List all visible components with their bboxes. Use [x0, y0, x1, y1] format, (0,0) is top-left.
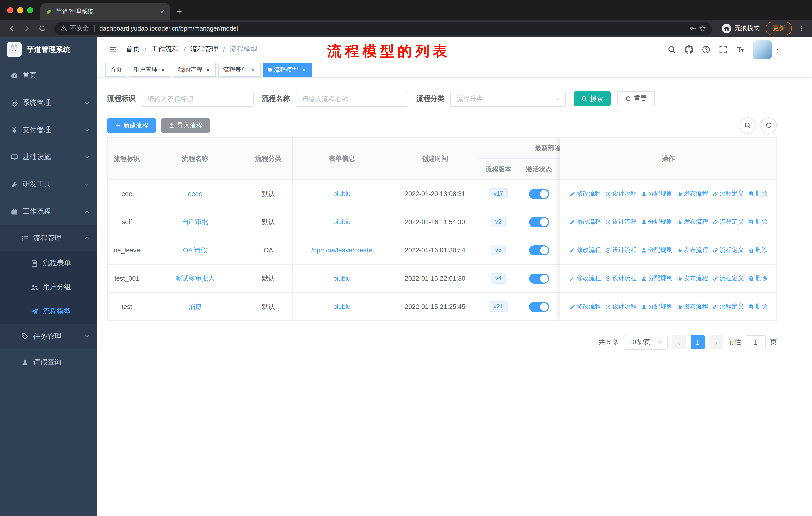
github-icon[interactable] — [685, 45, 693, 54]
publish-flow-link[interactable]: 发布流程 — [676, 218, 708, 226]
tab-my-process[interactable]: 我的流程× — [174, 63, 216, 76]
process-name-text[interactable]: 测试多审批人 — [175, 274, 215, 283]
form-info-link[interactable]: biubiu — [293, 208, 391, 236]
modify-flow-link[interactable]: 修改流程 — [569, 218, 601, 226]
assign-rule-link[interactable]: 分配规则 — [641, 274, 672, 283]
assign-rule-link[interactable]: 分配规则 — [641, 218, 672, 226]
search-icon[interactable] — [668, 45, 676, 54]
sidebar-item-infrastructure[interactable]: 基础设施 — [0, 144, 97, 171]
refresh-table-button[interactable] — [761, 117, 777, 134]
flow-definition-link[interactable]: 流程定义 — [712, 246, 744, 254]
help-icon[interactable] — [702, 45, 710, 54]
publish-flow-link[interactable]: 发布流程 — [676, 302, 708, 311]
close-tab-icon[interactable]: × — [159, 7, 165, 16]
assign-rule-link[interactable]: 分配规则 — [641, 302, 672, 311]
sidebar-item-process-form[interactable]: 流程表单 — [0, 251, 97, 275]
modify-flow-link[interactable]: 修改流程 — [569, 189, 601, 198]
app-logo[interactable]: 芋道管理系统 — [0, 37, 97, 62]
form-info-text[interactable]: biubiu — [333, 303, 350, 310]
design-flow-link[interactable]: 设计流程 — [605, 246, 637, 254]
reload-icon[interactable] — [35, 25, 48, 32]
category-select[interactable]: 流程分类 — [450, 91, 566, 107]
sidebar-item-process-model[interactable]: 流程模型 — [0, 299, 97, 324]
form-info-link[interactable]: biubiu — [293, 180, 391, 208]
design-flow-link[interactable]: 设计流程 — [605, 189, 637, 198]
font-size-icon[interactable] — [736, 45, 745, 54]
sidebar-item-system[interactable]: 系统管理 — [0, 89, 97, 116]
forward-icon[interactable] — [20, 25, 33, 32]
user-avatar[interactable] — [753, 40, 780, 59]
address-bar[interactable]: 不安全 dashboard.yudao.iocoder.cn/bpm/manag… — [54, 22, 712, 35]
process-name-text[interactable]: eeee — [188, 190, 202, 197]
close-icon[interactable]: × — [300, 66, 307, 73]
design-flow-link[interactable]: 设计流程 — [605, 218, 637, 226]
assign-rule-link[interactable]: 分配规则 — [641, 246, 672, 254]
close-window-button[interactable] — [7, 7, 13, 13]
tab-process-form[interactable]: 流程表单× — [219, 63, 261, 76]
form-info-text[interactable]: biubiu — [333, 275, 350, 282]
delete-link[interactable]: 删除 — [748, 218, 767, 226]
import-process-button[interactable]: 导入流程 — [161, 118, 210, 133]
form-info-text[interactable]: biubiu — [333, 218, 350, 226]
active-toggle[interactable] — [529, 302, 549, 312]
goto-page-input[interactable] — [746, 335, 766, 349]
form-info-link[interactable]: biubiu — [293, 265, 391, 293]
flow-definition-link[interactable]: 流程定义 — [712, 302, 744, 311]
process-id-input[interactable] — [141, 91, 254, 107]
process-name-link[interactable]: 滔博 — [146, 293, 244, 321]
minimize-window-button[interactable] — [17, 7, 23, 13]
form-info-text[interactable]: biubiu — [333, 190, 350, 197]
delete-link[interactable]: 删除 — [748, 246, 767, 254]
zoom-window-button[interactable] — [27, 7, 33, 13]
modify-flow-link[interactable]: 修改流程 — [569, 274, 601, 283]
flow-definition-link[interactable]: 流程定义 — [712, 274, 744, 283]
active-toggle[interactable] — [529, 217, 549, 227]
reset-button[interactable]: 重置 — [617, 91, 655, 106]
next-page-button[interactable]: › — [709, 335, 723, 349]
bookmark-star-icon[interactable] — [699, 25, 706, 32]
active-toggle[interactable] — [529, 273, 549, 283]
process-name-text[interactable]: 自己审批 — [182, 217, 208, 226]
sidebar-item-payment[interactable]: 支付管理 — [0, 116, 97, 144]
prev-page-button[interactable]: ‹ — [672, 335, 686, 349]
page-size-select[interactable]: 10条/页 — [624, 334, 668, 350]
breadcrumb-item[interactable]: 首页 — [126, 45, 140, 54]
update-button[interactable]: 更新 — [766, 22, 792, 35]
assign-rule-link[interactable]: 分配规则 — [641, 189, 672, 198]
publish-flow-link[interactable]: 发布流程 — [676, 246, 708, 254]
sidebar-item-user-group[interactable]: 用户分组 — [0, 275, 97, 299]
breadcrumb-item[interactable]: 流程管理 — [190, 45, 219, 54]
breadcrumb-item[interactable]: 工作流程 — [151, 45, 179, 54]
sidebar-item-leave-query[interactable]: 请假查询 — [0, 349, 97, 375]
sidebar-item-task-management[interactable]: 任务管理 — [0, 324, 97, 349]
sidebar-item-home[interactable]: 首页 — [0, 62, 97, 89]
process-name-link[interactable]: eeee — [146, 180, 244, 208]
design-flow-link[interactable]: 设计流程 — [605, 274, 637, 283]
fullscreen-icon[interactable] — [719, 45, 727, 54]
toggle-search-button[interactable] — [740, 117, 756, 134]
sidebar-item-process-management[interactable]: 流程管理 — [0, 225, 97, 251]
tab-process-model[interactable]: 流程模型× — [263, 63, 312, 76]
tab-tenant-management[interactable]: 租户管理× — [129, 63, 171, 76]
process-name-text[interactable]: OA 请假 — [183, 246, 207, 255]
form-info-link[interactable]: /bpm/oa/leave/create — [293, 236, 391, 265]
browser-tab[interactable]: 芋道管理系统 × — [40, 3, 170, 20]
delete-link[interactable]: 删除 — [748, 189, 767, 198]
delete-link[interactable]: 删除 — [748, 302, 767, 311]
process-name-link[interactable]: OA 请假 — [146, 236, 244, 265]
form-info-link[interactable]: biubiu — [293, 293, 391, 321]
close-icon[interactable]: × — [204, 66, 211, 73]
form-info-text[interactable]: /bpm/oa/leave/create — [311, 246, 373, 254]
collapse-sidebar-icon[interactable] — [109, 45, 117, 54]
design-flow-link[interactable]: 设计流程 — [605, 302, 637, 311]
tab-home[interactable]: 首页 — [105, 63, 126, 76]
new-tab-button[interactable]: + — [176, 6, 182, 18]
publish-flow-link[interactable]: 发布流程 — [676, 274, 708, 283]
modify-flow-link[interactable]: 修改流程 — [569, 246, 601, 254]
delete-link[interactable]: 删除 — [748, 274, 767, 283]
active-toggle[interactable] — [529, 245, 549, 255]
sidebar-item-dev-tools[interactable]: 研发工具 — [0, 171, 97, 198]
sidebar-item-workflow[interactable]: 工作流程 — [0, 198, 97, 225]
flow-definition-link[interactable]: 流程定义 — [712, 218, 744, 226]
create-process-button[interactable]: 新建流程 — [107, 118, 156, 133]
